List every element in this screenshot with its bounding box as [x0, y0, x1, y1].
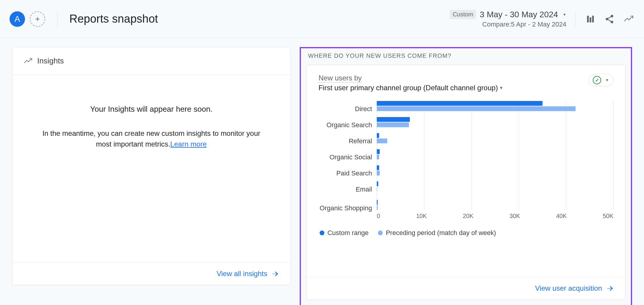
card-status-dropdown[interactable]: ✓ ▼ [588, 74, 613, 86]
chart-category-label: Organic Shopping [318, 197, 372, 219]
acquisition-footer: View user acquisition [307, 277, 625, 300]
acquisition-card-header: New users by First user primary channel … [307, 65, 625, 95]
bar-secondary [377, 122, 409, 127]
chart-legend: Custom range Preceding period (match day… [307, 223, 625, 237]
acquisition-section-highlight: WHERE DO YOUR NEW USERS COME FROM? New u… [300, 47, 632, 305]
bar-secondary [377, 155, 379, 159]
chevron-down-icon: ▼ [605, 78, 609, 82]
insights-empty-text: In the meantime, you can create new cust… [35, 128, 268, 150]
bar-primary [377, 200, 378, 205]
chart-category-label: Organic Social [318, 149, 372, 165]
learn-more-link[interactable]: Learn more [170, 140, 207, 148]
legend-secondary: Preceding period (match day of week) [378, 229, 496, 237]
legend-swatch-secondary [378, 231, 383, 235]
chevron-down-icon: ▼ [563, 13, 566, 17]
dimension-text: First user primary channel group (Defaul… [318, 84, 498, 92]
insights-empty-text-span: In the meantime, you can create new cust… [42, 129, 260, 148]
legend-primary-label: Custom range [327, 229, 368, 237]
x-tick: 50K [603, 213, 613, 220]
insights-empty-state: Your Insights will appear here soon. In … [12, 75, 290, 262]
chart-category-label: Organic Search [318, 117, 372, 133]
chart-category-label: Paid Search [318, 165, 372, 181]
bar-secondary [377, 171, 380, 175]
divider [575, 12, 576, 26]
content-area: Insights Your Insights will appear here … [0, 38, 644, 305]
custom-range-tag: Custom [450, 10, 476, 19]
legend-primary: Custom range [320, 229, 368, 237]
add-comparison-button[interactable] [30, 11, 45, 27]
date-range-picker[interactable]: Custom 3 May - 30 May 2024 ▼ Compare:5 A… [450, 10, 566, 28]
chart-category-label: Direct [318, 101, 372, 117]
share-button[interactable] [604, 13, 615, 25]
acquisition-section-title: WHERE DO YOUR NEW USERS COME FROM? [308, 52, 626, 59]
page-title: Reports snapshot [69, 13, 158, 25]
check-circle-icon: ✓ [593, 76, 601, 84]
acquisition-card: New users by First user primary channel … [306, 65, 626, 300]
divider [57, 11, 57, 27]
dimension-selector[interactable]: First user primary channel group (Defaul… [318, 84, 503, 92]
bar-primary [377, 133, 379, 138]
x-tick: 30K [509, 213, 520, 220]
header-right: Custom 3 May - 30 May 2024 ▼ Compare:5 A… [450, 10, 634, 28]
customize-report-button[interactable] [584, 13, 596, 25]
bar-secondary [377, 205, 377, 210]
insights-card: Insights Your Insights will appear here … [12, 47, 291, 285]
chart-x-axis: 010K20K30K40K50K [377, 213, 613, 220]
plus-icon [34, 16, 41, 22]
sparkle-trend-icon [623, 14, 634, 24]
arrow-right-icon [271, 270, 279, 278]
chart-category-label: Referral [318, 133, 372, 149]
x-tick: 20K [463, 213, 473, 220]
view-user-acquisition-link[interactable]: View user acquisition [535, 284, 614, 292]
bar-secondary [377, 106, 576, 111]
insights-footer: View all insights [12, 262, 290, 285]
metric-label: New users by [318, 74, 362, 83]
header-bar: A Reports snapshot Custom 3 May - 30 May… [0, 0, 644, 38]
compare-range-text: Compare:5 Apr - 2 May 2024 [482, 21, 566, 28]
insights-empty-title: Your Insights will appear here soon. [90, 105, 212, 114]
footer-link-label: View all insights [217, 270, 267, 278]
bar-chart: DirectOrganic SearchReferralOrganic Soci… [307, 95, 625, 223]
avatar[interactable]: A [10, 11, 25, 27]
bar-secondary [377, 187, 377, 192]
x-tick: 10K [416, 213, 427, 220]
chart-category-label: Email [318, 181, 372, 197]
bar-primary [377, 117, 410, 122]
footer-link-label: View user acquisition [535, 284, 602, 292]
columns-icon [585, 14, 595, 24]
view-all-insights-link[interactable]: View all insights [217, 270, 279, 278]
arrow-right-icon [606, 284, 614, 292]
x-tick: 40K [556, 213, 567, 220]
x-tick: 0 [377, 213, 380, 220]
chart-category-labels: DirectOrganic SearchReferralOrganic Soci… [318, 101, 372, 223]
legend-secondary-label: Preceding period (match day of week) [386, 229, 496, 237]
insights-card-header: Insights [12, 47, 290, 75]
chevron-down-icon: ▼ [499, 85, 503, 90]
bar-primary [377, 165, 379, 170]
legend-swatch-primary [320, 231, 324, 235]
insights-button[interactable] [623, 13, 634, 25]
sparkle-trend-icon [24, 57, 32, 66]
bar-primary [377, 101, 542, 106]
insights-heading: Insights [37, 56, 64, 66]
bar-primary [377, 149, 380, 154]
share-icon [604, 14, 615, 24]
date-range-text: 3 May - 30 May 2024 [480, 10, 558, 19]
chart-plot-area: 010K20K30K40K50K [377, 101, 613, 223]
bar-primary [377, 181, 378, 186]
bar-secondary [377, 139, 387, 143]
